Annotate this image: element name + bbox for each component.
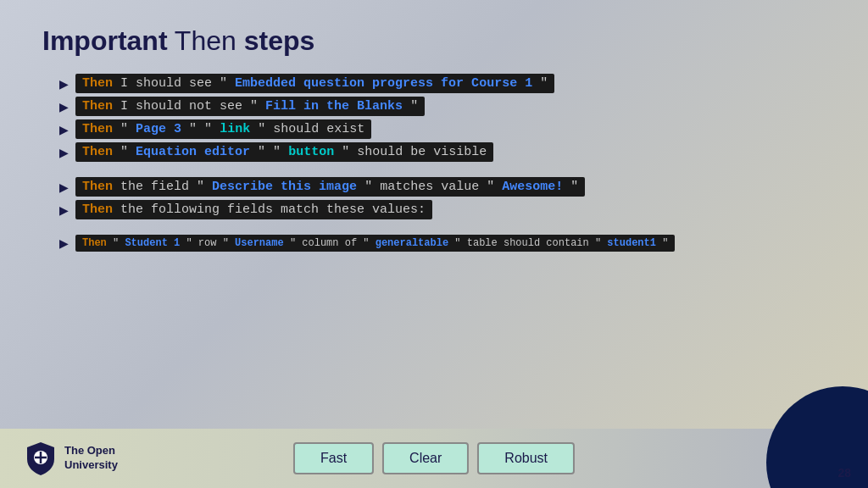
code-text-1a: I should see "	[120, 76, 227, 91]
bullet-item-6: ▶ Then the following fields match these …	[59, 200, 826, 219]
then-keyword-6: Then	[82, 202, 113, 217]
bullet-arrow-1: ▶	[59, 77, 69, 91]
code-highlight-5a: Describe this image	[212, 180, 357, 194]
bullet-arrow-4: ▶	[59, 146, 69, 159]
logo-line1: The Open	[64, 444, 118, 458]
code-highlight-1: Embedded question progress for Course 1	[235, 76, 532, 91]
code-text-5c: "	[570, 180, 578, 194]
bullet-item-5: ▶ Then the field " Describe this image "…	[59, 177, 826, 197]
code-text-5a: the field "	[120, 180, 204, 194]
then-keyword-2: Then	[82, 99, 113, 114]
code-highlight-4a: Equation editor	[136, 145, 250, 159]
code-text-4b: " "	[258, 145, 281, 159]
code-line-1: Then I should see " Embedded question pr…	[75, 74, 554, 93]
code-highlight-3a: Page 3	[136, 122, 181, 136]
code-text-2b: "	[410, 99, 418, 114]
title-important: Important	[42, 25, 168, 56]
bullet-arrow-5: ▶	[59, 180, 69, 194]
logo-shield-icon	[25, 441, 56, 476]
bullet-item-7: ▶ Then " Student 1 " row " Username " co…	[59, 235, 826, 252]
code-text-7c: " column of "	[290, 237, 370, 249]
bottom-bar: The Open University Fast Clear Robust	[0, 429, 868, 488]
code-text-2a: I should not see "	[120, 99, 258, 114]
then-keyword-5: Then	[82, 180, 113, 194]
code-text-7d: " table should contain "	[454, 237, 601, 249]
bullet-item-1: ▶ Then I should see " Embedded question …	[59, 74, 826, 93]
code-highlight-7c: generaltable	[376, 237, 448, 249]
then-keyword-3: Then	[82, 122, 113, 136]
code-highlight-2: Fill in the Blanks	[265, 99, 403, 114]
code-highlight-4b: button	[288, 145, 334, 159]
code-line-6: Then the following fields match these va…	[75, 200, 432, 219]
fast-button[interactable]: Fast	[293, 442, 374, 474]
bullet-item-3: ▶ Then " Page 3 " " link " should exist	[59, 119, 826, 139]
content-area: ▶ Then I should see " Embedded question …	[42, 74, 826, 252]
code-text-6a: the following fields match these values:	[120, 202, 426, 217]
code-line-4: Then " Equation editor " " button " shou…	[75, 142, 493, 162]
then-keyword-7: Then	[82, 237, 107, 249]
then-keyword-4: Then	[82, 145, 113, 159]
code-line-7: Then " Student 1 " row " Username " colu…	[75, 235, 675, 252]
robust-button[interactable]: Robust	[477, 442, 575, 474]
bullet-group-2: ▶ Then the field " Describe this image "…	[59, 177, 826, 219]
code-line-2: Then I should not see " Fill in the Blan…	[75, 97, 425, 116]
page-number: 28	[837, 466, 851, 480]
bullet-group-1: ▶ Then I should see " Embedded question …	[59, 74, 826, 162]
code-highlight-3b: link	[220, 122, 250, 136]
code-text-7a: "	[113, 237, 119, 249]
logo-container: The Open University	[25, 441, 118, 476]
code-line-5: Then the field " Describe this image " m…	[75, 177, 585, 197]
logo-line2: University	[64, 458, 118, 473]
bullet-arrow-7: ▶	[59, 236, 69, 250]
code-text-3a: "	[120, 122, 128, 136]
slide: Important Then steps ▶ Then I should see…	[0, 0, 868, 488]
bullet-item-4: ▶ Then " Equation editor " " button " sh…	[59, 142, 826, 162]
code-highlight-7b: Username	[235, 237, 284, 249]
code-text-4c: " should be visible	[342, 145, 487, 159]
nav-buttons: Fast Clear Robust	[293, 442, 575, 474]
code-text-4a: "	[120, 145, 128, 159]
title-steps: steps	[244, 25, 315, 56]
bullet-arrow-2: ▶	[59, 100, 69, 114]
code-text-3b: " "	[189, 122, 212, 136]
code-highlight-7d: student1	[607, 237, 656, 249]
bullet-group-3: ▶ Then " Student 1 " row " Username " co…	[59, 235, 826, 252]
bullet-arrow-6: ▶	[59, 203, 69, 217]
clear-button[interactable]: Clear	[382, 442, 469, 474]
logo-text: The Open University	[64, 444, 118, 473]
bullet-item-2: ▶ Then I should not see " Fill in the Bl…	[59, 97, 826, 116]
code-highlight-7a: Student 1	[125, 237, 180, 249]
code-text-3c: " should exist	[258, 122, 364, 136]
code-text-7b: " row "	[186, 237, 228, 249]
code-highlight-5b: Awesome!	[502, 180, 563, 194]
circle-decoration	[766, 386, 868, 488]
title-then: Then	[175, 25, 236, 56]
code-text-1b: "	[540, 76, 548, 91]
then-keyword-1: Then	[82, 76, 113, 91]
bullet-arrow-3: ▶	[59, 123, 69, 136]
code-line-3: Then " Page 3 " " link " should exist	[75, 119, 371, 139]
code-text-7e: "	[662, 237, 668, 249]
code-text-5b: " matches value "	[364, 180, 494, 194]
slide-title: Important Then steps	[42, 25, 826, 57]
